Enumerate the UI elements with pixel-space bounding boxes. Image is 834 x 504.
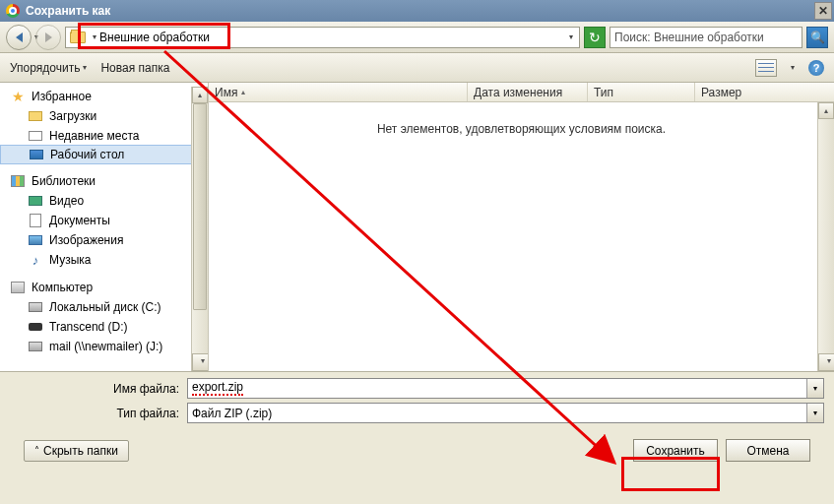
- save-button[interactable]: Сохранить: [633, 439, 718, 462]
- column-headers: Имя▴ Дата изменения Тип Размер: [209, 83, 834, 102]
- dropdown-button[interactable]: ▾: [806, 404, 823, 422]
- filetype-label: Тип файла:: [10, 407, 187, 420]
- sidebar-item-downloads[interactable]: Загрузки: [0, 106, 208, 126]
- hide-folders-button[interactable]: ˄Скрыть папки: [24, 440, 129, 462]
- column-label: Дата изменения: [474, 86, 562, 99]
- sidebar-item-label: Рабочий стол: [50, 148, 124, 161]
- sidebar-item-label: Избранное: [32, 90, 92, 103]
- sidebar-item-label: Недавние места: [49, 129, 139, 143]
- window-title: Сохранить как: [26, 4, 814, 18]
- scroll-down-button[interactable]: ▾: [192, 353, 209, 371]
- dropdown-button[interactable]: ▾: [806, 379, 823, 398]
- help-button[interactable]: ?: [808, 60, 824, 76]
- sidebar-item-desktop[interactable]: Рабочий стол: [0, 145, 208, 164]
- sidebar-item-recent[interactable]: Недавние места: [0, 126, 208, 146]
- search-input[interactable]: Поиск: Внешние обработки: [609, 27, 802, 48]
- back-button[interactable]: ▾: [6, 25, 32, 50]
- column-size[interactable]: Размер: [695, 83, 834, 101]
- filename-label: Имя файла:: [10, 382, 187, 396]
- sidebar-item-label: Компьютер: [32, 281, 93, 294]
- column-label: Размер: [701, 86, 741, 99]
- usb-icon: [29, 323, 42, 331]
- sidebar-item-pictures[interactable]: Изображения: [0, 230, 208, 250]
- image-icon: [29, 235, 42, 245]
- music-icon: ♪: [28, 253, 43, 267]
- new-folder-button[interactable]: Новая папка: [100, 61, 169, 75]
- document-icon: [30, 214, 41, 227]
- breadcrumb-path: Внешние обработки: [99, 31, 210, 44]
- sidebar-item-documents[interactable]: Документы: [0, 211, 208, 230]
- view-options-button[interactable]: [755, 59, 777, 77]
- sidebar-item-mail[interactable]: mail (\\newmailer) (J:): [0, 337, 208, 356]
- filetype-value: Файл ZIP (.zip): [192, 407, 272, 420]
- close-button[interactable]: ✕: [814, 2, 832, 20]
- organize-menu[interactable]: Упорядочить▾: [10, 61, 87, 75]
- computer-icon: [11, 282, 25, 293]
- refresh-button[interactable]: ↻: [584, 27, 606, 48]
- column-label: Тип: [594, 86, 613, 99]
- search-placeholder: Поиск: Внешние обработки: [614, 31, 764, 44]
- filename-input[interactable]: export.zip ▾: [187, 378, 824, 399]
- sidebar-item-label: Загрузки: [49, 109, 96, 123]
- organize-label: Упорядочить: [10, 61, 80, 75]
- main-area: ★Избранное Загрузки Недавние места Рабоч…: [0, 83, 834, 371]
- sidebar-item-local-disk[interactable]: Локальный диск (C:): [0, 297, 208, 317]
- chevron-down-icon[interactable]: ▾: [563, 32, 579, 41]
- sidebar-item-label: Библиотеки: [32, 174, 96, 188]
- video-icon: [29, 196, 42, 206]
- sidebar-item-label: Музыка: [49, 253, 91, 267]
- recent-icon: [29, 131, 42, 141]
- content-scrollbar[interactable]: ▴ ▾: [817, 102, 834, 371]
- sidebar-item-music[interactable]: ♪Музыка: [0, 250, 208, 270]
- chevron-up-icon: ˄: [34, 445, 39, 456]
- filename-value: export.zip: [192, 381, 243, 396]
- hide-folders-label: Скрыть папки: [43, 444, 118, 458]
- toolbar: Упорядочить▾ Новая папка ▾ ?: [0, 53, 834, 83]
- sidebar-item-label: Изображения: [49, 233, 123, 247]
- sidebar-item-label: Transcend (D:): [49, 320, 128, 334]
- title-bar: Сохранить как ✕: [0, 0, 834, 22]
- column-modified[interactable]: Дата изменения: [468, 83, 588, 101]
- sidebar-item-label: Видео: [49, 194, 84, 208]
- disk-icon: [29, 302, 42, 312]
- sidebar-item-videos[interactable]: Видео: [0, 191, 208, 211]
- app-icon: [6, 4, 20, 18]
- search-button[interactable]: 🔍: [806, 27, 828, 48]
- sidebar-item-label: Документы: [49, 214, 110, 227]
- sidebar-favorites[interactable]: ★Избранное: [0, 87, 208, 106]
- filetype-select[interactable]: Файл ZIP (.zip) ▾: [187, 403, 824, 423]
- bottom-panel: Имя файла: export.zip ▾ Тип файла: Файл …: [0, 371, 834, 472]
- star-icon: ★: [10, 90, 26, 103]
- column-name[interactable]: Имя▴: [209, 83, 468, 101]
- forward-button[interactable]: [35, 25, 61, 50]
- desktop-icon: [30, 150, 43, 159]
- empty-message: Нет элементов, удовлетворяющих условиям …: [209, 122, 834, 136]
- libraries-icon: [11, 175, 25, 187]
- sidebar-scrollbar[interactable]: ▴ ▾: [191, 87, 208, 371]
- network-drive-icon: [29, 342, 42, 351]
- scroll-thumb[interactable]: [193, 103, 207, 310]
- sidebar-libraries[interactable]: Библиотеки: [0, 171, 208, 191]
- chevron-down-icon[interactable]: ▾: [791, 63, 795, 72]
- sidebar-item-label: Локальный диск (C:): [49, 300, 161, 314]
- scroll-down-button[interactable]: ▾: [818, 353, 834, 371]
- column-label: Имя: [215, 86, 237, 99]
- chevron-down-icon: ▾: [93, 32, 96, 41]
- column-type[interactable]: Тип: [588, 83, 695, 101]
- folder-icon: [70, 32, 86, 43]
- navigation-bar: ▾ ▾ Внешние обработки ▾ ↻ Поиск: Внешние…: [0, 22, 834, 53]
- file-list: Имя▴ Дата изменения Тип Размер Нет элеме…: [209, 83, 834, 371]
- address-bar[interactable]: ▾ Внешние обработки ▾: [65, 27, 580, 48]
- sidebar-computer[interactable]: Компьютер: [0, 278, 208, 297]
- cancel-button[interactable]: Отмена: [726, 439, 810, 462]
- sidebar-item-transcend[interactable]: Transcend (D:): [0, 317, 208, 337]
- scroll-up-button[interactable]: ▴: [192, 87, 208, 103]
- folder-icon: [29, 111, 42, 121]
- navigation-pane: ★Избранное Загрузки Недавние места Рабоч…: [0, 83, 209, 371]
- new-folder-label: Новая папка: [100, 61, 169, 75]
- sidebar-item-label: mail (\\newmailer) (J:): [49, 340, 162, 353]
- scroll-up-button[interactable]: ▴: [818, 102, 834, 119]
- sort-indicator-icon: ▴: [241, 88, 245, 96]
